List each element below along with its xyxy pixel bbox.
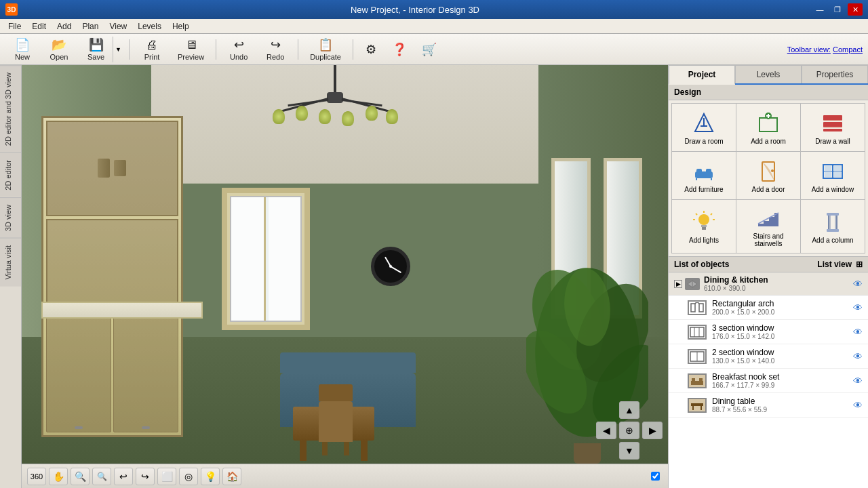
tab-levels[interactable]: Levels [735, 65, 802, 83]
save-dropdown[interactable]: ▼ [113, 37, 123, 62]
object-list[interactable]: ▶ Dining & kitchen 610.0 × 390.0 👁 Recta… [669, 272, 868, 488]
new-button[interactable]: 📄 New [5, 37, 39, 62]
minimize-button[interactable]: — [812, 3, 827, 16]
stairs-button[interactable]: Stairs and stairwells [736, 200, 800, 253]
menu-help[interactable]: Help [167, 20, 195, 33]
restore-button[interactable]: ❐ [830, 3, 845, 16]
add-furniture-button[interactable]: Add furniture [672, 152, 736, 199]
zoom-in-button[interactable]: 🔍 [92, 468, 111, 485]
save-button[interactable]: 💾 Save [79, 37, 113, 62]
add-lights-button[interactable]: Add lights [672, 200, 736, 253]
orbit-button[interactable]: ◎ [179, 468, 198, 485]
draw-wall-button[interactable]: Draw a wall [801, 104, 865, 151]
open-button[interactable]: 📂 Open [42, 37, 76, 62]
toolbar-sep-4 [353, 39, 353, 60]
arch-visibility-toggle[interactable]: 👁 [853, 302, 863, 313]
window3-visibility-toggle[interactable]: 👁 [853, 327, 863, 338]
bulb-4 [342, 111, 354, 126]
svg-rect-60 [692, 378, 695, 382]
window2-visibility-toggle[interactable]: 👁 [853, 351, 863, 362]
print-button[interactable]: 🖨 Print [135, 37, 169, 62]
add-door-button[interactable]: Add a door [736, 152, 800, 199]
window-controls: — ❐ ✕ [812, 3, 863, 16]
tab-2d[interactable]: 2D editor [0, 152, 21, 197]
transparent-walls-checkbox[interactable] [651, 472, 660, 481]
transparent-walls-toggle [651, 472, 663, 481]
menu-plan[interactable]: Plan [77, 20, 104, 33]
nav-left[interactable]: ◀ [596, 422, 616, 439]
redo-button[interactable]: ↪ Redo [258, 37, 292, 62]
tab-project[interactable]: Project [669, 65, 735, 85]
list-view-button[interactable]: List view ⊞ [817, 260, 863, 269]
undo-view-icon: ↩ [119, 471, 127, 482]
menu-levels[interactable]: Levels [132, 20, 167, 33]
add-window-button[interactable]: Add a window [801, 152, 865, 199]
help-button[interactable]: ❓ [386, 37, 413, 62]
preview-button[interactable]: 🖥 Preview [172, 37, 210, 62]
home-button[interactable]: 🏠 [222, 468, 241, 485]
undo-view-button[interactable]: ↩ [114, 468, 133, 485]
svg-rect-46 [827, 213, 839, 216]
table-name: Dining table [712, 396, 853, 406]
svg-point-24 [771, 169, 774, 172]
object-item-table[interactable]: Dining table 88.7 × 55.6 × 55.9 👁 [669, 393, 868, 418]
window3-name: 3 section window [712, 323, 853, 333]
settings-button[interactable]: ⚙ [359, 37, 383, 62]
store-button[interactable]: 🛒 [416, 37, 443, 62]
select-button[interactable]: ⬜ [157, 468, 176, 485]
light-button[interactable]: 💡 [201, 468, 220, 485]
open-icon: 📂 [52, 37, 66, 52]
tab-virtual[interactable]: Virtua visit [0, 238, 21, 287]
object-item-window2[interactable]: 2 section window 130.0 × 15.0 × 140.0 👁 [669, 344, 868, 369]
add-column-button[interactable]: Add a column [801, 200, 865, 253]
nav-center[interactable]: ⊕ [619, 422, 639, 439]
undo-button[interactable]: ↩ Undo [222, 37, 256, 62]
group-3d-icon [685, 278, 700, 290]
svg-rect-20 [706, 169, 711, 173]
save-icon: 💾 [89, 37, 104, 52]
window-pane-top [230, 196, 302, 322]
object-item-window3[interactable]: 3 section window 176.0 × 15.0 × 142.0 👁 [669, 320, 868, 344]
360-button[interactable]: 360 [27, 468, 46, 485]
pan-button[interactable]: ✋ [49, 468, 68, 485]
svg-rect-38 [701, 225, 707, 227]
object-item-arch[interactable]: Rectangular arch 200.0 × 15.0 × 200.0 👁 [669, 296, 868, 320]
add-room-button[interactable]: Add a room [736, 104, 800, 151]
group-visibility-toggle[interactable]: 👁 [853, 279, 863, 289]
window-title: New Project, - Interior Design 3D [18, 5, 812, 15]
bulb-1 [273, 109, 285, 124]
nav-up[interactable]: ▲ [619, 401, 639, 419]
svg-point-32 [698, 214, 709, 225]
menu-view[interactable]: View [104, 20, 132, 33]
chair-1 [319, 401, 353, 442]
object-group-dining[interactable]: ▶ Dining & kitchen 610.0 × 390.0 👁 [669, 272, 868, 296]
tab-3d[interactable]: 3D view [0, 197, 21, 238]
table-visibility-toggle[interactable]: 👁 [853, 400, 863, 411]
redo-view-button[interactable]: ↪ [136, 468, 155, 485]
svg-rect-53 [699, 304, 703, 312]
svg-rect-52 [691, 304, 695, 312]
menubar: File Edit Add Plan View Levels Help [0, 19, 868, 34]
nav-right[interactable]: ▶ [642, 422, 663, 439]
nook-visibility-toggle[interactable]: 👁 [853, 375, 863, 386]
compact-link[interactable]: Compact [833, 45, 863, 54]
tab-properties[interactable]: Properties [802, 65, 868, 83]
nav-down[interactable]: ▼ [619, 442, 639, 460]
menu-add[interactable]: Add [52, 20, 77, 33]
zoom-out-button[interactable]: 🔍 [71, 468, 90, 485]
zoom-in-icon: 🔍 [97, 472, 107, 481]
object-item-nook[interactable]: Breakfast nook set 166.7 × 117.7 × 99.9 … [669, 369, 868, 393]
menu-edit[interactable]: Edit [26, 20, 52, 33]
stairs-icon [756, 205, 781, 230]
menu-file[interactable]: File [3, 20, 26, 33]
window2-dims: 130.0 × 15.0 × 140.0 [712, 357, 853, 365]
duplicate-button[interactable]: 📋 Duplicate [304, 37, 347, 62]
tab-2d-3d[interactable]: 2D editor and 3D view [0, 65, 21, 152]
add-room-icon [756, 110, 781, 135]
nook-info: Breakfast nook set 166.7 × 117.7 × 99.9 [712, 372, 853, 389]
draw-room-button[interactable]: Draw a room [672, 104, 736, 151]
close-button[interactable]: ✕ [848, 3, 863, 16]
redo-icon: ↪ [271, 37, 281, 52]
canvas-area[interactable]: ▲ ◀ ⊕ ▶ ▼ 360 ✋ [22, 65, 668, 488]
bottom-toolbar: 360 ✋ 🔍 🔍 ↩ ↪ ⬜ ◎ 💡 [22, 464, 668, 488]
